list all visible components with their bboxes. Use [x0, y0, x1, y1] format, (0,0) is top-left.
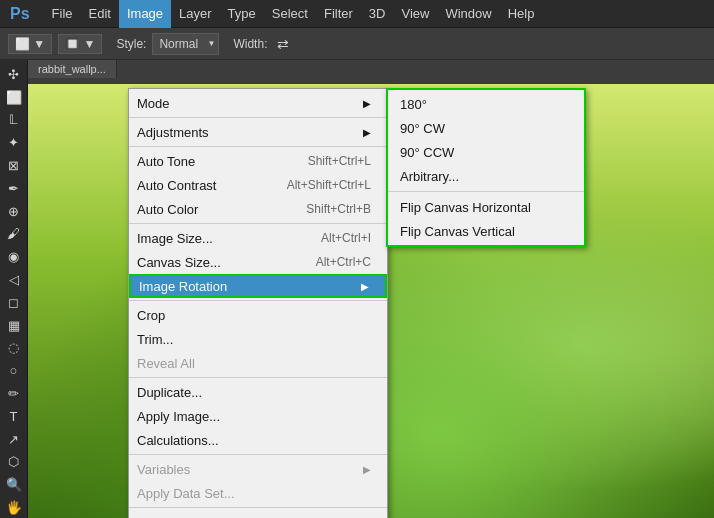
tool-brush[interactable]: 🖌	[3, 224, 25, 245]
tool-eyedropper[interactable]: ✒	[3, 178, 25, 199]
canvas-area: rabbit_wallp...	[28, 60, 714, 518]
tool-shape[interactable]: ⬡	[3, 452, 25, 473]
menu-type[interactable]: Type	[220, 0, 264, 28]
tool-zoom[interactable]: 🔍	[3, 474, 25, 495]
tool-select-rect[interactable]: ⬜	[3, 87, 25, 108]
menu-image[interactable]: Image	[119, 0, 171, 28]
tool-move[interactable]: ✣	[3, 64, 25, 85]
ps-logo: Ps	[4, 5, 36, 23]
toolbox: ✣ ⬜ 𝕃 ✦ ⊠ ✒ ⊕ 🖌 ◉ ◁ ◻ ▦ ◌ ○ ✏ T ↗ ⬡ 🔍 🖐	[0, 60, 28, 518]
swap-arrow-icon: ⇄	[277, 36, 289, 52]
tool-magic-wand[interactable]: ✦	[3, 132, 25, 153]
tool-blur[interactable]: ◌	[3, 338, 25, 359]
main-area: ✣ ⬜ 𝕃 ✦ ⊠ ✒ ⊕ 🖌 ◉ ◁ ◻ ▦ ◌ ○ ✏ T ↗ ⬡ 🔍 🖐 …	[0, 60, 714, 518]
tool-dodge[interactable]: ○	[3, 360, 25, 381]
tool-history[interactable]: ◁	[3, 269, 25, 290]
style-select[interactable]: Normal	[152, 33, 219, 55]
tool-pen[interactable]: ✏	[3, 383, 25, 404]
canvas-content	[28, 84, 714, 518]
style-label: Style:	[116, 37, 146, 51]
tool-path-select[interactable]: ↗	[3, 429, 25, 450]
feather-option[interactable]: 🔲 ▼	[58, 34, 102, 54]
tool-gradient[interactable]: ▦	[3, 315, 25, 336]
tool-hand[interactable]: 🖐	[3, 497, 25, 518]
menu-select[interactable]: Select	[264, 0, 316, 28]
menu-file[interactable]: File	[44, 0, 81, 28]
menu-filter[interactable]: Filter	[316, 0, 361, 28]
canvas-tab[interactable]: rabbit_wallp...	[28, 60, 117, 78]
style-select-wrap: Normal	[152, 33, 219, 55]
menu-view[interactable]: View	[393, 0, 437, 28]
tool-healing[interactable]: ⊕	[3, 201, 25, 222]
tool-eraser[interactable]: ◻	[3, 292, 25, 313]
tool-lasso[interactable]: 𝕃	[3, 110, 25, 131]
menu-edit[interactable]: Edit	[81, 0, 119, 28]
tool-text[interactable]: T	[3, 406, 25, 427]
menu-layer[interactable]: Layer	[171, 0, 220, 28]
menu-3d[interactable]: 3D	[361, 0, 394, 28]
menu-window[interactable]: Window	[437, 0, 499, 28]
tool-crop[interactable]: ⊠	[3, 155, 25, 176]
options-toolbar: ⬜ ▼ 🔲 ▼ Style: Normal Width: ⇄	[0, 28, 714, 60]
width-label: Width:	[233, 37, 267, 51]
menu-bar: Ps File Edit Image Layer Type Select Fil…	[0, 0, 714, 28]
menu-help[interactable]: Help	[500, 0, 543, 28]
selection-tool-option[interactable]: ⬜ ▼	[8, 34, 52, 54]
tool-clone[interactable]: ◉	[3, 246, 25, 267]
